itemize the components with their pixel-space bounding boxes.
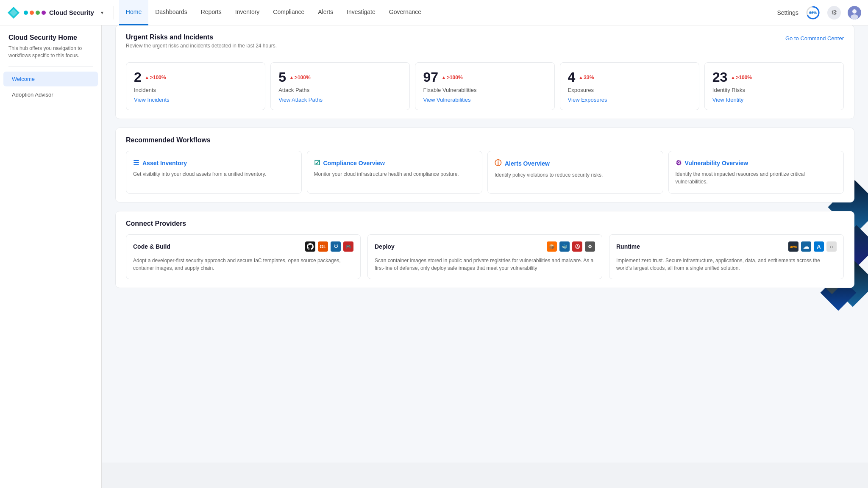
user-avatar[interactable] — [848, 6, 861, 19]
other-cloud-icon: ○ — [826, 241, 837, 252]
main-content: WELCOME TO PRISMA CLOUD! Urgent Risks an… — [102, 0, 868, 463]
settings-link[interactable]: Settings — [777, 9, 798, 16]
workflow-vuln-desc: Identify the most impacted resources and… — [676, 170, 837, 186]
svg-point-6 — [851, 14, 858, 19]
nav-inventory[interactable]: Inventory — [228, 0, 267, 25]
metric-exposures-number: 4 — [568, 69, 576, 85]
metric-incidents: 2 >100% Incidents View Incidents — [126, 62, 265, 110]
nav-governance[interactable]: Governance — [382, 0, 428, 25]
nav-investigate[interactable]: Investigate — [340, 0, 382, 25]
view-exposures-link[interactable]: View Exposures — [568, 97, 691, 103]
runtime-icons: aws ☁ A ○ — [788, 241, 837, 252]
section-header-urgent: Urgent Risks and Incidents Review the ur… — [126, 33, 844, 55]
code-build-name: Code & Build — [133, 243, 170, 250]
nav-dashboards[interactable]: Dashboards — [148, 0, 194, 25]
ansible-icon: Ⓐ — [572, 241, 582, 252]
progress-value: 66% — [809, 11, 817, 15]
gcp-icon: ☁ — [801, 241, 811, 252]
metric-vulnerabilities: 97 >100% Fixable Vulnerabilities View Vu… — [415, 62, 554, 110]
svg-point-5 — [852, 9, 857, 14]
sidebar-divider — [8, 66, 93, 67]
vulnerability-overview-icon: ⚙ — [676, 159, 682, 167]
providers-section: Connect Providers Code & Build GL 🛡 🎮 Ad… — [115, 211, 854, 288]
nav-home[interactable]: Home — [119, 0, 148, 25]
runtime-name: Runtime — [616, 243, 640, 250]
code-build-desc: Adopt a developer-first security approac… — [133, 257, 353, 272]
view-incidents-link[interactable]: View Incidents — [134, 97, 257, 103]
urgent-risks-subtitle: Review the urgent risks and incidents de… — [126, 43, 277, 49]
metric-attackpaths-number: 5 — [278, 69, 286, 85]
workflow-vulnerability[interactable]: ⚙ Vulnerability Overview Identify the mo… — [668, 151, 844, 194]
metric-attackpaths-label: Attack Paths — [278, 87, 402, 93]
metric-attack-paths: 5 >100% Attack Paths View Attack Paths — [270, 62, 410, 110]
workflow-vuln-title: ⚙ Vulnerability Overview — [676, 159, 837, 167]
nav-reports[interactable]: Reports — [194, 0, 228, 25]
logo-dots — [24, 11, 46, 15]
shield-icon: 🛡 — [331, 241, 341, 252]
runtime-desc: Implement zero trust. Secure infrastruct… — [616, 257, 837, 272]
sidebar-item-welcome[interactable]: Welcome — [3, 72, 98, 86]
aws-icon: aws — [788, 241, 798, 252]
code-build-icons: GL 🛡 🎮 — [305, 241, 353, 252]
nav-alerts[interactable]: Alerts — [311, 0, 340, 25]
view-attackpaths-link[interactable]: View Attack Paths — [278, 97, 402, 103]
go-command-center-link[interactable]: Go to Command Center — [785, 35, 844, 42]
nav-divider — [114, 6, 114, 19]
compliance-overview-icon: ☑ — [314, 159, 320, 167]
sidebar-item-adoption[interactable]: Adoption Advisor — [3, 87, 98, 102]
urgent-risks-section: Urgent Risks and Incidents Review the ur… — [115, 25, 854, 119]
workflows-section: Recommended Workflows ☰ Asset Inventory … — [115, 128, 854, 202]
metric-vuln-number: 97 — [423, 69, 438, 85]
metric-vuln-label: Fixable Vulnerabilities — [423, 87, 546, 93]
provider-deploy[interactable]: Deploy 📦 🐳 Ⓐ ⚙ Scan container images sto… — [367, 234, 602, 279]
alerts-overview-icon: ⓘ — [495, 159, 501, 168]
package-icon: 📦 — [547, 241, 557, 252]
metric-incidents-label: Incidents — [134, 87, 257, 93]
nav-compliance[interactable]: Compliance — [266, 0, 311, 25]
metric-exposures-label: Exposures — [568, 87, 691, 93]
metric-incidents-change: >100% — [145, 75, 166, 80]
topnav-right: Settings 66% ⚙ — [777, 5, 861, 20]
view-identity-link[interactable]: View Identity — [712, 97, 836, 103]
providers-title: Connect Providers — [126, 220, 844, 227]
metric-exposures-change: 33% — [579, 75, 594, 80]
urgent-risks-title: Urgent Risks and Incidents — [126, 33, 277, 41]
provider-code-build[interactable]: Code & Build GL 🛡 🎮 Adopt a developer-fi… — [126, 234, 361, 279]
app-logo[interactable]: Cloud Security ▾ — [7, 6, 105, 19]
deploy-desc: Scan container images stored in public a… — [375, 257, 595, 272]
workflows-title: Recommended Workflows — [126, 136, 844, 144]
workflow-compliance-desc: Monitor your cloud infrastructure health… — [314, 170, 476, 178]
metrics-row: 2 >100% Incidents View Incidents 5 >100%… — [126, 62, 844, 110]
metric-exposures: 4 33% Exposures View Exposures — [560, 62, 699, 110]
app-name: Cloud Security — [49, 9, 94, 16]
provider-runtime[interactable]: Runtime aws ☁ A ○ Implement zero trust. … — [609, 234, 844, 279]
workflow-asset-desc: Get visibility into your cloud assets fr… — [133, 170, 295, 178]
build-icon: 🎮 — [343, 241, 353, 252]
metric-identity-change: >100% — [731, 75, 752, 80]
workflow-asset-inventory[interactable]: ☰ Asset Inventory Get visibility into yo… — [126, 151, 302, 194]
sidebar: Cloud Security Home This hub offers you … — [0, 25, 102, 463]
metric-identity-number: 23 — [712, 69, 728, 85]
workflow-alerts[interactable]: ⓘ Alerts Overview Identify policy violat… — [487, 151, 663, 194]
metric-attackpaths-change: >100% — [289, 75, 311, 80]
sidebar-title: Cloud Security Home — [0, 34, 101, 45]
metric-identity-label: Identity Risks — [712, 87, 836, 93]
gear-icon[interactable]: ⚙ — [827, 6, 841, 19]
providers-grid: Code & Build GL 🛡 🎮 Adopt a developer-fi… — [126, 234, 844, 279]
docker-icon: 🐳 — [559, 241, 570, 252]
deploy-gear-icon: ⚙ — [585, 241, 595, 252]
workflows-grid: ☰ Asset Inventory Get visibility into yo… — [126, 151, 844, 194]
nav-links: Home Dashboards Reports Inventory Compli… — [119, 0, 777, 25]
workflow-alerts-desc: Identify policy violations to reduce sec… — [495, 171, 656, 179]
workflow-compliance[interactable]: ☑ Compliance Overview Monitor your cloud… — [307, 151, 483, 194]
app-dropdown[interactable]: ▾ — [99, 10, 105, 16]
deploy-icons: 📦 🐳 Ⓐ ⚙ — [547, 241, 595, 252]
sidebar-desc: This hub offers you navigation to workfl… — [0, 45, 101, 66]
github-icon — [305, 241, 315, 252]
asset-inventory-icon: ☰ — [133, 159, 139, 167]
deploy-name: Deploy — [375, 243, 395, 250]
metric-vuln-change: >100% — [442, 75, 463, 80]
top-navigation: Cloud Security ▾ Home Dashboards Reports… — [0, 0, 868, 25]
progress-ring[interactable]: 66% — [805, 5, 821, 20]
view-vulnerabilities-link[interactable]: View Vulnerabilities — [423, 97, 546, 103]
